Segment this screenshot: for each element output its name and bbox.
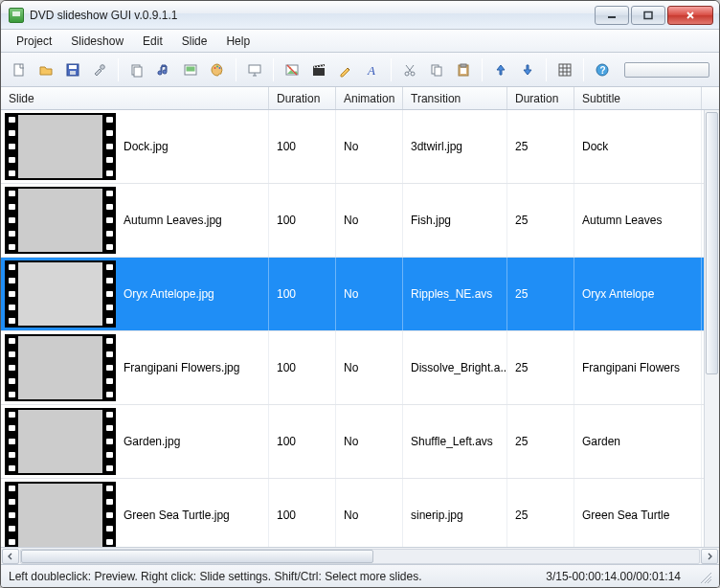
scroll-track[interactable] bbox=[20, 549, 700, 564]
cell-slide[interactable]: Garden.jpg bbox=[1, 405, 269, 478]
cell-subtitle[interactable]: Dock bbox=[574, 110, 702, 183]
maximize-button[interactable] bbox=[631, 6, 665, 25]
cell-duration[interactable]: 100 bbox=[269, 405, 336, 478]
header-duration2[interactable]: Duration bbox=[507, 87, 574, 109]
cell-duration[interactable]: 100 bbox=[269, 258, 336, 330]
cell-subtitle[interactable]: Green Sea Turtle bbox=[574, 479, 702, 547]
header-slide[interactable]: Slide bbox=[1, 87, 269, 109]
font-icon[interactable]: A bbox=[360, 57, 385, 82]
table-row[interactable]: Dock.jpg100No3dtwirl.jpg25Dock bbox=[1, 110, 719, 184]
header-transition[interactable]: Transition bbox=[403, 87, 507, 109]
header-animation[interactable]: Animation bbox=[336, 87, 403, 109]
image-icon[interactable] bbox=[280, 57, 304, 82]
menu-slideshow[interactable]: Slideshow bbox=[61, 32, 133, 51]
cell-slide[interactable]: Autumn Leaves.jpg bbox=[1, 184, 269, 257]
column-headers: Slide Duration Animation Transition Dura… bbox=[1, 87, 719, 110]
cut-icon[interactable] bbox=[397, 57, 422, 82]
cell-duration2[interactable]: 25 bbox=[507, 479, 574, 547]
cell-slide[interactable]: Oryx Antelope.jpg bbox=[1, 258, 269, 330]
minimize-button[interactable] bbox=[595, 6, 629, 25]
table-row[interactable]: Autumn Leaves.jpg100NoFish.jpg25Autumn L… bbox=[1, 184, 719, 258]
cell-animation[interactable]: No bbox=[336, 405, 403, 478]
header-subtitle[interactable]: Subtitle bbox=[574, 87, 702, 109]
vertical-scroll-thumb[interactable] bbox=[706, 112, 718, 374]
resize-grip-icon[interactable] bbox=[698, 570, 711, 583]
pencil-icon[interactable] bbox=[333, 57, 358, 82]
cell-transition[interactable]: Ripples_NE.avs bbox=[403, 258, 507, 330]
scroll-right-icon[interactable] bbox=[701, 549, 718, 564]
grid-icon[interactable] bbox=[552, 57, 577, 82]
cell-duration[interactable]: 100 bbox=[269, 331, 336, 404]
cell-duration2[interactable]: 25 bbox=[507, 405, 574, 478]
clapper-icon[interactable] bbox=[306, 57, 331, 82]
cell-transition[interactable]: Fish.jpg bbox=[403, 184, 507, 257]
app-window: DVD slideshow GUI v.0.9.1.1 Project Slid… bbox=[0, 0, 720, 588]
cell-subtitle[interactable]: Autumn Leaves bbox=[574, 184, 702, 257]
cell-subtitle[interactable]: Oryx Antelope bbox=[574, 258, 702, 330]
slide-image-icon[interactable] bbox=[178, 57, 203, 82]
svg-rect-8 bbox=[134, 67, 142, 77]
cell-animation[interactable]: No bbox=[336, 258, 403, 330]
arrow-down-icon[interactable] bbox=[515, 57, 540, 82]
toolbar-separator bbox=[583, 58, 584, 81]
vertical-scrollbar[interactable] bbox=[704, 110, 719, 547]
cell-transition[interactable]: sinerip.jpg bbox=[403, 479, 507, 547]
cell-slide[interactable]: Dock.jpg bbox=[1, 110, 269, 183]
table-row[interactable]: Garden.jpg100NoShuffle_Left.avs25Garden bbox=[1, 405, 719, 479]
cell-transition[interactable]: Shuffle_Left.avs bbox=[403, 405, 507, 478]
header-duration[interactable]: Duration bbox=[269, 87, 336, 109]
new-file-icon[interactable] bbox=[7, 57, 32, 82]
slide-name: Dock.jpg bbox=[124, 140, 169, 153]
cell-duration2[interactable]: 25 bbox=[507, 184, 574, 257]
scroll-thumb[interactable] bbox=[21, 550, 373, 563]
statusbar: Left doubleclick: Preview. Right click: … bbox=[1, 564, 719, 587]
header-spacer bbox=[702, 87, 719, 109]
scroll-left-icon[interactable] bbox=[2, 549, 19, 564]
menu-slide[interactable]: Slide bbox=[172, 32, 217, 51]
cell-transition[interactable]: Dissolve_Bright.a... bbox=[403, 331, 507, 404]
cell-animation[interactable]: No bbox=[336, 331, 403, 404]
table-row[interactable]: Green Sea Turtle.jpg100Nosinerip.jpg25Gr… bbox=[1, 479, 719, 547]
svg-point-13 bbox=[219, 67, 221, 69]
help-icon[interactable]: ? bbox=[590, 57, 615, 82]
cell-subtitle[interactable]: Garden bbox=[574, 405, 702, 478]
paste-icon[interactable] bbox=[451, 57, 476, 82]
window-title: DVD slideshow GUI v.0.9.1.1 bbox=[30, 9, 593, 22]
menu-help[interactable]: Help bbox=[216, 32, 259, 51]
cell-slide[interactable]: Green Sea Turtle.jpg bbox=[1, 479, 269, 547]
palette-icon[interactable] bbox=[205, 57, 230, 82]
cell-duration[interactable]: 100 bbox=[269, 479, 336, 547]
svg-point-11 bbox=[214, 67, 216, 69]
music-icon[interactable] bbox=[151, 57, 176, 82]
presentation-icon[interactable] bbox=[242, 57, 267, 82]
table-row[interactable]: Oryx Antelope.jpg100NoRipples_NE.avs25Or… bbox=[1, 258, 719, 331]
cell-duration[interactable]: 100 bbox=[269, 110, 336, 183]
svg-rect-5 bbox=[70, 71, 76, 75]
cell-duration2[interactable]: 25 bbox=[507, 110, 574, 183]
menubar: Project Slideshow Edit Slide Help bbox=[1, 30, 719, 53]
cell-subtitle[interactable]: Frangipani Flowers bbox=[574, 331, 702, 404]
cell-duration[interactable]: 100 bbox=[269, 184, 336, 257]
copy2-icon[interactable] bbox=[424, 57, 449, 82]
cell-duration2[interactable]: 25 bbox=[507, 331, 574, 404]
table-row[interactable]: Frangipani Flowers.jpg100NoDissolve_Brig… bbox=[1, 331, 719, 405]
close-button[interactable] bbox=[667, 6, 713, 25]
cell-duration2[interactable]: 25 bbox=[507, 258, 574, 330]
cell-transition[interactable]: 3dtwirl.jpg bbox=[403, 110, 507, 183]
cell-animation[interactable]: No bbox=[336, 110, 403, 183]
menu-edit[interactable]: Edit bbox=[133, 32, 172, 51]
cell-slide[interactable]: Frangipani Flowers.jpg bbox=[1, 331, 269, 404]
slide-list[interactable]: Dock.jpg100No3dtwirl.jpg25DockAutumn Lea… bbox=[1, 110, 719, 547]
cell-animation[interactable]: No bbox=[336, 184, 403, 257]
cell-animation[interactable]: No bbox=[336, 479, 403, 547]
thumbnail bbox=[5, 260, 116, 328]
copy-icon[interactable] bbox=[124, 57, 149, 82]
save-icon[interactable] bbox=[60, 57, 85, 82]
arrow-up-icon[interactable] bbox=[488, 57, 513, 82]
open-folder-icon[interactable] bbox=[34, 57, 58, 82]
slide-name: Oryx Antelope.jpg bbox=[124, 287, 214, 301]
toolbar-separator bbox=[391, 58, 392, 81]
menu-project[interactable]: Project bbox=[7, 32, 61, 51]
tools-icon[interactable] bbox=[87, 57, 112, 82]
horizontal-scrollbar[interactable] bbox=[1, 547, 719, 564]
